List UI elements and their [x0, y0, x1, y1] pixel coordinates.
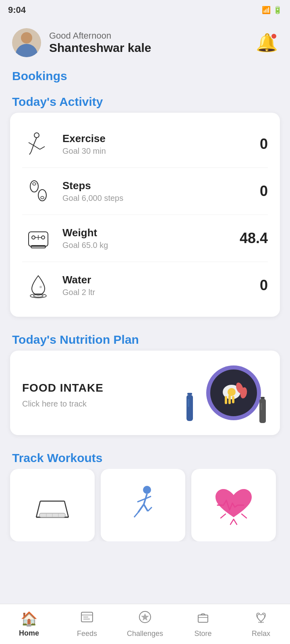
svg-point-26	[228, 388, 236, 396]
water-name: Water	[62, 274, 260, 286]
svg-rect-29	[225, 396, 227, 404]
svg-rect-32	[261, 397, 265, 399]
svg-rect-61	[198, 615, 208, 622]
svg-rect-31	[232, 396, 234, 403]
svg-rect-20	[187, 393, 192, 395]
svg-line-4	[33, 145, 40, 149]
weight-icon	[22, 222, 54, 254]
svg-rect-33	[259, 399, 266, 423]
track-workouts-title: Track Workouts	[0, 443, 290, 469]
exercise-info: Exercise Goal 30 min	[62, 132, 260, 156]
svg-line-6	[29, 152, 31, 155]
weight-value: 48.4	[240, 230, 268, 247]
status-bar: 9:04 📶 🔋	[0, 0, 290, 20]
water-value: 0	[260, 277, 268, 294]
activity-card: Exercise Goal 30 min 0 Steps Goal 6,000 …	[10, 113, 280, 317]
food-intake-label: FOOD INTAKE	[22, 382, 179, 394]
svg-rect-34	[261, 403, 262, 410]
nav-relax[interactable]: Relax	[241, 610, 281, 638]
svg-point-19	[39, 286, 42, 288]
workout-card-3[interactable]	[191, 469, 276, 541]
user-info: Good Afternoon Shanteshwar kale	[12, 28, 151, 57]
nav-home-label: Home	[19, 629, 39, 638]
svg-line-5	[40, 147, 45, 149]
exercise-goal: Goal 30 min	[62, 147, 260, 156]
svg-line-47	[138, 504, 144, 512]
workout-card-1[interactable]	[10, 469, 95, 541]
steps-info: Steps Goal 6,000 steps	[62, 180, 260, 203]
status-time: 9:04	[8, 5, 26, 15]
nav-feeds[interactable]: Feeds	[67, 610, 107, 638]
svg-point-8	[33, 183, 36, 185]
water-goal: Goal 2 ltr	[62, 288, 260, 297]
activity-water[interactable]: Water Goal 2 ltr 0	[22, 262, 268, 309]
steps-goal: Goal 6,000 steps	[62, 194, 260, 203]
svg-marker-60	[141, 613, 149, 621]
weight-goal: Goal 65.0 kg	[62, 241, 240, 250]
status-icons: 📶 🔋	[262, 6, 282, 14]
exercise-value: 0	[260, 136, 268, 153]
bottom-nav: 🏠 Home Feeds Challenges	[0, 604, 290, 644]
water-info: Water Goal 2 ltr	[62, 274, 260, 297]
svg-point-7	[30, 181, 38, 192]
notification-dot	[271, 33, 277, 39]
user-name: Shanteshwar kale	[49, 41, 151, 55]
exercise-icon	[22, 128, 54, 160]
food-illustration	[179, 363, 268, 427]
weight-info: Weight Goal 65.0 kg	[62, 227, 240, 250]
relax-icon	[254, 610, 268, 627]
nav-feeds-label: Feeds	[77, 630, 97, 638]
activity-title: Today's Activity	[0, 87, 290, 113]
svg-line-52	[234, 519, 237, 524]
svg-line-54	[242, 514, 246, 518]
greeting-block: Good Afternoon Shanteshwar kale	[49, 31, 151, 55]
nav-store[interactable]: Store	[183, 610, 223, 638]
workouts-row	[0, 469, 290, 541]
nav-home[interactable]: 🏠 Home	[9, 611, 49, 638]
bookings-title: Bookings	[0, 61, 290, 87]
notification-button[interactable]: 🔔	[256, 32, 278, 53]
activity-steps[interactable]: Steps Goal 6,000 steps 0	[22, 168, 268, 215]
svg-point-0	[34, 133, 39, 138]
weight-name: Weight	[62, 227, 240, 239]
svg-line-48	[134, 512, 138, 517]
home-icon: 🏠	[21, 611, 37, 627]
svg-rect-22	[188, 399, 189, 407]
food-track-text: Click here to track	[22, 399, 179, 409]
svg-line-3	[31, 145, 33, 152]
svg-line-51	[230, 519, 234, 524]
feeds-icon	[80, 610, 94, 627]
svg-line-49	[144, 504, 148, 511]
nav-challenges[interactable]: Challenges	[125, 610, 165, 638]
svg-point-9	[38, 190, 46, 201]
svg-point-14	[41, 236, 45, 239]
nutrition-text: FOOD INTAKE Click here to track	[22, 382, 179, 409]
svg-line-53	[221, 514, 226, 518]
nutrition-card[interactable]: FOOD INTAKE Click here to track	[10, 351, 280, 435]
svg-line-1	[33, 138, 37, 145]
header: Good Afternoon Shanteshwar kale 🔔	[0, 20, 290, 61]
svg-line-2	[29, 142, 33, 145]
water-icon	[22, 269, 54, 301]
svg-point-10	[41, 196, 44, 199]
nav-relax-label: Relax	[252, 630, 270, 638]
nutrition-title: Today's Nutrition Plan	[0, 325, 290, 351]
store-icon	[196, 610, 210, 627]
workout-card-2[interactable]	[101, 469, 185, 541]
svg-line-50	[148, 507, 152, 511]
steps-icon	[22, 175, 54, 207]
svg-rect-21	[186, 395, 193, 421]
greeting-text: Good Afternoon	[49, 31, 151, 41]
avatar	[12, 28, 41, 57]
svg-point-43	[143, 486, 151, 494]
activity-exercise[interactable]: Exercise Goal 30 min 0	[22, 121, 268, 168]
steps-value: 0	[260, 183, 268, 200]
nav-store-label: Store	[194, 630, 211, 638]
activity-weight[interactable]: Weight Goal 65.0 kg 48.4	[22, 215, 268, 262]
svg-point-13	[32, 236, 35, 239]
nav-challenges-label: Challenges	[127, 630, 163, 638]
challenges-icon	[138, 610, 152, 627]
steps-name: Steps	[62, 180, 260, 192]
exercise-name: Exercise	[62, 132, 260, 145]
svg-rect-30	[228, 395, 231, 404]
